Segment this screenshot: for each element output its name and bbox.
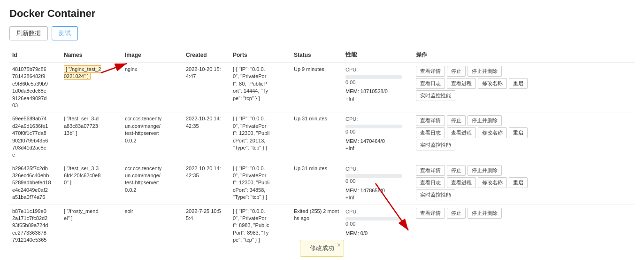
mem-info: MEM: 1478656/0 +Inf — [345, 187, 410, 202]
action-btn-停止[interactable]: 停止 — [447, 208, 466, 219]
col-header-actions: 操作 — [413, 47, 635, 63]
col-header-image: Image — [122, 47, 183, 63]
cell-names: [ "/nginx_test_2 0221024" ] — [61, 63, 122, 112]
cell-ports: [ { "IP": "0.0.0. 0", "PrivatePor t": 80… — [230, 63, 291, 112]
action-btn-实时监控性能[interactable]: 实时监控性能 — [416, 90, 455, 101]
action-btn-重启[interactable]: 重启 — [509, 78, 528, 89]
action-group: 查看详情停止停止并删除查看日志查看进程修改名称重启实时监控性能 — [416, 66, 632, 101]
refresh-button[interactable]: 刷新数据 — [9, 26, 48, 40]
cpu-info: CPU:0.00 — [345, 165, 410, 185]
toast-notification: 修改成功 × — [300, 240, 344, 257]
cell-actions: 查看详情停止停止并删除 — [413, 205, 635, 247]
action-row-2: 查看日志查看进程修改名称重启 — [416, 127, 632, 138]
mem-info: MEM: 1470464/0 +Inf — [345, 138, 410, 152]
cell-id: b87e11c199e0 2a171c7fc82d2 93f65b89a724d… — [9, 205, 61, 247]
cell-actions: 查看详情停止停止并删除查看日志查看进程修改名称重启实时监控性能 — [413, 112, 635, 162]
cell-ports: [ { "IP": "0.0.0. 0", "PrivatePor t": 12… — [230, 162, 291, 205]
cpu-value: 0.00 — [345, 178, 410, 185]
col-header-ports: Ports — [230, 47, 291, 63]
action-btn-停止[interactable]: 停止 — [447, 165, 466, 176]
action-row-1: 查看详情停止停止并删除 — [416, 115, 632, 126]
table-row: b296425f7c2db 326ec46c40ebb 5289adbbefed… — [9, 162, 635, 205]
names-highlight: [ "/nginx_test_2 0221024" ] — [64, 65, 101, 80]
cpu-label: CPU: — [345, 67, 358, 72]
toolbar: 刷新数据 测试 — [9, 26, 635, 40]
cell-perf: CPU:0.00MEM: 18710528/0 +Inf — [343, 63, 413, 112]
action-btn-查看进程[interactable]: 查看进程 — [447, 78, 476, 89]
cpu-bar — [345, 174, 402, 178]
action-btn-查看详情[interactable]: 查看详情 — [416, 115, 445, 126]
cell-names: [ "/frosty_mend el" ] — [61, 205, 122, 247]
action-group: 查看详情停止停止并删除查看日志查看进程修改名称重启实时监控性能 — [416, 165, 632, 200]
cell-status: Up 31 minutes — [291, 112, 343, 162]
action-btn-修改名称[interactable]: 修改名称 — [478, 177, 507, 188]
cpu-value: 0.00 — [345, 128, 410, 135]
action-btn-修改名称[interactable]: 修改名称 — [478, 127, 507, 138]
cell-perf: CPU:0.00MEM: 1470464/0 +Inf — [343, 112, 413, 162]
action-btn-停止并删除[interactable]: 停止并删除 — [468, 165, 502, 176]
cell-created: 2022-10-20 15: 4:47 — [183, 63, 230, 112]
action-btn-停止并删除[interactable]: 停止并删除 — [468, 115, 502, 126]
cell-ports: [ { "IP": "0.0.0. 0", "PrivatePor t": 89… — [230, 205, 291, 247]
action-group: 查看详情停止停止并删除 — [416, 208, 632, 219]
action-btn-查看日志[interactable]: 查看日志 — [416, 177, 445, 188]
action-btn-查看详情[interactable]: 查看详情 — [416, 66, 445, 77]
cell-status: Up 9 minutes — [291, 63, 343, 112]
cell-ports: [ { "IP": "0.0.0. 0", "PrivatePor t": 12… — [230, 112, 291, 162]
cell-names: [ "/test_ser_3-3 6fd420fc62c0e8 0" ] — [61, 162, 122, 205]
cell-image: ccr.ccs.tencenty un.com/mange/ test-http… — [122, 162, 183, 205]
col-header-created: Created — [183, 47, 230, 63]
action-btn-实时监控性能[interactable]: 实时监控性能 — [416, 140, 455, 150]
cpu-bar — [345, 125, 402, 128]
cell-perf: CPU:0.00MEM: 0/0 — [343, 205, 413, 247]
action-group: 查看详情停止停止并删除查看日志查看进程修改名称重启实时监控性能 — [416, 115, 632, 150]
action-btn-重启[interactable]: 重启 — [509, 127, 528, 138]
action-btn-查看日志[interactable]: 查看日志 — [416, 78, 445, 89]
cell-actions: 查看详情停止停止并删除查看日志查看进程修改名称重启实时监控性能 — [413, 162, 635, 205]
action-btn-重启[interactable]: 重启 — [509, 177, 528, 188]
page-container: Docker Container 刷新数据 测试 Id Names Image … — [0, 0, 644, 260]
cell-names: [ "/test_ser_3-d a83c83a07723 13b" ] — [61, 112, 122, 162]
action-btn-停止[interactable]: 停止 — [447, 66, 466, 77]
cell-perf: CPU:0.00MEM: 1478656/0 +Inf — [343, 162, 413, 205]
page-title: Docker Container — [9, 8, 635, 20]
action-btn-查看详情[interactable]: 查看详情 — [416, 208, 445, 219]
cpu-info: CPU:0.00 — [345, 208, 410, 228]
action-btn-查看日志[interactable]: 查看日志 — [416, 127, 445, 138]
table-header-row: Id Names Image Created Ports Status 性能 操… — [9, 47, 635, 63]
action-row-1: 查看详情停止停止并删除 — [416, 208, 632, 219]
action-row-3: 实时监控性能 — [416, 140, 632, 150]
toast-close-button[interactable]: × — [337, 241, 341, 249]
cell-created: 2022-10-20 14: 42:35 — [183, 162, 230, 205]
cell-status: Up 31 minutes — [291, 162, 343, 205]
cell-image: nginx — [122, 63, 183, 112]
action-btn-查看进程[interactable]: 查看进程 — [447, 127, 476, 138]
cpu-bar — [345, 217, 402, 221]
cpu-info: CPU:0.00 — [345, 115, 410, 135]
cell-image: solr — [122, 205, 183, 247]
cpu-info: CPU:0.00 — [345, 66, 410, 86]
action-btn-修改名称[interactable]: 修改名称 — [478, 78, 507, 89]
test-button[interactable]: 测试 — [52, 26, 78, 40]
cpu-label: CPU: — [345, 166, 358, 172]
action-btn-停止并删除[interactable]: 停止并删除 — [468, 208, 502, 219]
mem-info: MEM: 18710528/0 +Inf — [345, 88, 410, 102]
col-header-id: Id — [9, 47, 61, 63]
cpu-label: CPU: — [345, 209, 358, 214]
cell-created: 2022-7-25 10:5 5:4 — [183, 205, 230, 247]
col-header-names: Names — [61, 47, 122, 63]
mem-info: MEM: 0/0 — [345, 230, 410, 237]
action-btn-查看进程[interactable]: 查看进程 — [447, 177, 476, 188]
action-row-2: 查看日志查看进程修改名称重启 — [416, 78, 632, 89]
action-btn-查看详情[interactable]: 查看详情 — [416, 165, 445, 176]
cell-image: ccr.ccs.tencenty un.com/mange/ test-http… — [122, 112, 183, 162]
action-btn-停止[interactable]: 停止 — [447, 115, 466, 126]
cell-actions: 查看详情停止停止并删除查看日志查看进程修改名称重启实时监控性能 — [413, 63, 635, 112]
action-btn-实时监控性能[interactable]: 实时监控性能 — [416, 189, 455, 200]
cpu-value: 0.00 — [345, 221, 410, 228]
table-row: 481075b79c86 7814286482f9 e9f860c5a39b9 … — [9, 63, 635, 112]
cpu-bar — [345, 75, 402, 79]
cell-id: b296425f7c2db 326ec46c40ebb 5289adbbefed… — [9, 162, 61, 205]
action-btn-停止并删除[interactable]: 停止并删除 — [468, 66, 502, 77]
action-row-1: 查看详情停止停止并删除 — [416, 66, 632, 77]
